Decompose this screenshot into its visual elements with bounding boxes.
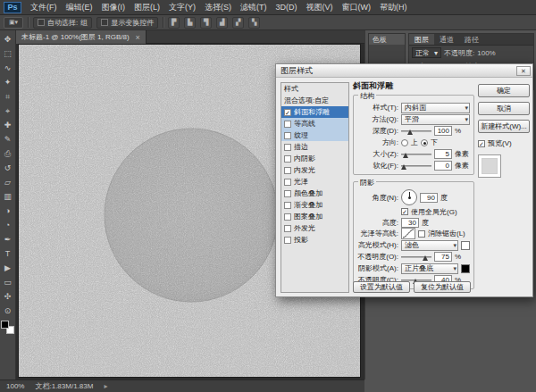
pen-tool-icon[interactable]: ✒ [1, 232, 15, 246]
menu-edit[interactable]: 编辑(E) [62, 0, 97, 14]
depth-slider[interactable] [401, 127, 431, 136]
auto-select-checkbox[interactable] [38, 19, 45, 26]
styles-list-item-bevel-emboss[interactable]: 斜面和浮雕 [281, 106, 348, 118]
zoom-level[interactable]: 100% [6, 382, 24, 390]
swatches-panel-tab[interactable]: 色板 [369, 34, 405, 45]
align-right-button[interactable]: ▟ [216, 17, 228, 29]
shape-tool-icon[interactable]: ▭ [1, 275, 15, 289]
depth-value-field[interactable]: 100 [434, 126, 452, 136]
styles-list-item-texture[interactable]: 纹理 [281, 129, 348, 141]
gloss-contour-picker[interactable] [401, 228, 415, 239]
bevel-emboss-checkbox[interactable] [284, 109, 291, 116]
shadow-mode-dropdown[interactable]: 正片叠底 [401, 263, 458, 274]
styles-list-item-inner-shadow[interactable]: 内阴影 [281, 153, 348, 164]
history-brush-tool-icon[interactable]: ↺ [1, 161, 15, 175]
show-transform-group[interactable]: 显示变换控件 [96, 17, 158, 29]
antialias-checkbox[interactable] [418, 230, 425, 238]
global-light-checkbox[interactable] [401, 208, 408, 215]
drop-shadow-checkbox[interactable] [284, 237, 291, 244]
cancel-button[interactable]: 取消 [478, 102, 530, 115]
show-transform-checkbox[interactable] [101, 19, 108, 26]
menu-3d[interactable]: 3D(D) [272, 0, 302, 14]
shadow-color-swatch[interactable] [461, 264, 470, 273]
styles-list-item-stroke[interactable]: 描边 [281, 141, 348, 153]
eraser-tool-icon[interactable]: ▱ [1, 175, 15, 189]
dodge-tool-icon[interactable]: ◔ [1, 218, 15, 232]
hand-tool-icon[interactable]: ✣ [1, 289, 15, 304]
path-select-tool-icon[interactable]: ▶ [1, 261, 15, 275]
foreground-color-swatch[interactable] [1, 321, 9, 329]
marquee-tool-icon[interactable]: ⬚ [1, 46, 15, 61]
styles-list-item-drop-shadow[interactable]: 投影 [281, 234, 348, 246]
styles-list-item-gradient-overlay[interactable]: 渐变叠加 [281, 199, 348, 211]
highlight-opacity-field[interactable]: 75 [434, 252, 452, 262]
type-tool-icon[interactable]: T [1, 246, 15, 261]
reset-default-button[interactable]: 复位为默认值 [414, 281, 471, 293]
styles-list-item-contour[interactable]: 等高线 [281, 118, 348, 129]
highlight-opacity-slider[interactable] [401, 253, 431, 262]
styles-list-item-blending-options[interactable]: 混合选项:自定 [281, 95, 348, 106]
styles-list-item-outer-glow[interactable]: 外发光 [281, 222, 348, 234]
altitude-value-field[interactable]: 30 [401, 218, 419, 228]
outer-glow-checkbox[interactable] [284, 225, 291, 232]
inner-glow-checkbox[interactable] [284, 167, 291, 174]
ok-button[interactable]: 确定 [478, 84, 530, 97]
dialog-title-bar[interactable]: 图层样式 ✕ [276, 64, 532, 78]
brush-tool-icon[interactable]: ✎ [1, 132, 15, 146]
contour-checkbox[interactable] [284, 121, 291, 128]
gradient-overlay-checkbox[interactable] [284, 202, 291, 209]
tool-preset-picker[interactable]: ▣▾ [4, 17, 23, 29]
preview-checkbox[interactable] [478, 140, 485, 147]
tab-channels[interactable]: 通道 [434, 34, 459, 45]
gradient-tool-icon[interactable]: ▥ [1, 189, 15, 204]
align-left-button[interactable]: ▜ [200, 17, 212, 29]
auto-select-value-dropdown[interactable]: 组 [80, 18, 88, 28]
menu-select[interactable]: 选择(S) [200, 0, 236, 14]
soften-value-field[interactable]: 0 [434, 161, 452, 171]
styles-list-item-pattern-overlay[interactable]: 图案叠加 [281, 211, 348, 222]
menu-view[interactable]: 视图(V) [302, 0, 338, 14]
soften-slider[interactable] [401, 162, 431, 171]
direction-down-radio[interactable] [421, 139, 428, 146]
menu-filter[interactable]: 滤镜(T) [236, 0, 272, 14]
styles-list-item-styles[interactable]: 样式 [281, 83, 348, 95]
styles-list-item-color-overlay[interactable]: 颜色叠加 [281, 188, 348, 199]
bevel-style-dropdown[interactable]: 内斜面 [401, 103, 470, 113]
size-slider[interactable] [401, 150, 431, 159]
align-bottom-button[interactable]: ▙ [184, 17, 196, 29]
menu-image[interactable]: 图像(I) [97, 0, 130, 14]
technique-dropdown[interactable]: 平滑 [401, 114, 470, 125]
crop-tool-icon[interactable]: ⌗ [1, 89, 15, 104]
angle-value-field[interactable]: 90 [420, 193, 438, 203]
align-top-button[interactable]: ▛ [168, 17, 180, 29]
stroke-checkbox[interactable] [284, 144, 291, 151]
direction-up-radio[interactable] [401, 139, 408, 146]
dialog-close-icon[interactable]: ✕ [516, 66, 531, 76]
tab-paths[interactable]: 路径 [459, 34, 484, 45]
distribute-horizontal-button[interactable]: ▞ [232, 17, 244, 29]
opacity-value[interactable]: 100% [477, 49, 495, 57]
menu-file[interactable]: 文件(F) [26, 0, 62, 14]
distribute-vertical-button[interactable]: ▚ [248, 17, 260, 29]
zoom-tool-icon[interactable]: ⊙ [1, 304, 15, 318]
eyedropper-tool-icon[interactable]: ⌖ [1, 104, 15, 118]
menu-help[interactable]: 帮助(H) [375, 0, 412, 14]
status-menu-arrow-icon[interactable]: ▸ [104, 382, 107, 390]
highlight-mode-dropdown[interactable]: 滤色 [401, 240, 458, 251]
tab-layers[interactable]: 图层 [409, 34, 434, 45]
quick-select-tool-icon[interactable]: ✦ [1, 75, 15, 89]
satin-checkbox[interactable] [284, 179, 291, 186]
texture-checkbox[interactable] [284, 132, 291, 139]
styles-list-item-inner-glow[interactable]: 内发光 [281, 164, 348, 176]
healing-brush-tool-icon[interactable]: ✚ [1, 118, 15, 132]
move-tool-icon[interactable]: ✥ [1, 32, 15, 46]
new-style-button[interactable]: 新建样式(W)... [478, 120, 530, 133]
document-tab[interactable]: 未标题-1 @ 100%(图层 1, RGB/8) × [16, 30, 147, 44]
clone-stamp-tool-icon[interactable]: ⎙ [1, 146, 15, 161]
styles-list-item-satin[interactable]: 光泽 [281, 176, 348, 188]
document-close-icon[interactable]: × [136, 33, 140, 42]
auto-select-group[interactable]: 自动选择: 组 [33, 17, 92, 29]
menu-layer[interactable]: 图层(L) [130, 0, 164, 14]
pattern-overlay-checkbox[interactable] [284, 213, 291, 221]
inner-shadow-checkbox[interactable] [284, 155, 291, 163]
